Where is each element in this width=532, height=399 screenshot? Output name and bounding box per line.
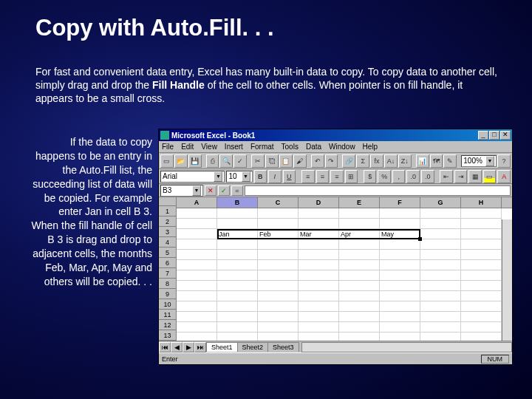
drawing-icon[interactable]: ✎	[443, 154, 457, 168]
align-left-icon[interactable]: ≡	[301, 170, 315, 183]
cell[interactable]	[461, 229, 502, 239]
close-button[interactable]: ✕	[500, 131, 511, 140]
menu-tools[interactable]: Tools	[282, 143, 299, 151]
chevron-down-icon[interactable]: ▼	[192, 185, 201, 196]
comma-icon[interactable]: ,	[392, 170, 406, 183]
bold-button[interactable]: B	[254, 170, 267, 183]
preview-icon[interactable]: 🔍	[219, 154, 233, 168]
zoom-combo[interactable]: 100% ▼	[461, 155, 497, 167]
menu-window[interactable]: Window	[329, 143, 355, 151]
redo-icon[interactable]: ↷	[325, 154, 338, 168]
undo-icon[interactable]: ↶	[311, 154, 324, 168]
row-header[interactable]: 7	[159, 268, 176, 279]
percent-icon[interactable]: %	[378, 170, 391, 183]
help-icon[interactable]: ?	[497, 154, 511, 168]
chevron-down-icon[interactable]: ▼	[242, 171, 250, 182]
function-icon[interactable]: fx	[370, 154, 383, 168]
new-icon[interactable]: ▭	[160, 154, 174, 168]
col-header[interactable]: H	[461, 197, 502, 208]
indent-inc-icon[interactable]: ⇥	[454, 170, 468, 183]
row-header[interactable]: 8	[159, 279, 176, 289]
sheet-tab-2[interactable]: Sheet2	[237, 342, 269, 352]
sort-desc-icon[interactable]: Z↓	[398, 154, 412, 168]
menu-data[interactable]: Data	[306, 143, 321, 151]
sort-asc-icon[interactable]: A↓	[384, 154, 398, 168]
sheet-tab-3[interactable]: Sheet3	[267, 342, 299, 352]
cancel-edit-icon[interactable]: ✕	[205, 185, 216, 196]
copy-icon[interactable]: ⿻	[265, 154, 279, 168]
name-box[interactable]: B3 ▼	[160, 185, 203, 197]
chart-icon[interactable]: 📊	[416, 154, 429, 168]
row-header[interactable]: 3	[159, 227, 176, 237]
tab-nav-prev-icon[interactable]: ◀	[171, 342, 183, 352]
chevron-down-icon[interactable]: ▼	[485, 156, 494, 166]
paste-icon[interactable]: 📋	[279, 154, 293, 168]
align-right-icon[interactable]: ≡	[330, 170, 344, 183]
row-header[interactable]: 4	[159, 237, 176, 248]
cell-c3[interactable]: Feb	[258, 229, 299, 239]
borders-icon[interactable]: ▦	[468, 170, 482, 183]
tab-nav-next-icon[interactable]: ▶	[183, 342, 194, 352]
sheet-tab-1[interactable]: Sheet1	[206, 342, 238, 352]
italic-button[interactable]: I	[268, 170, 282, 183]
col-header[interactable]: C	[258, 197, 299, 208]
col-header[interactable]: E	[339, 197, 380, 208]
align-center-icon[interactable]: ≡	[316, 170, 330, 183]
row-header[interactable]: 13	[159, 330, 176, 341]
cell-b3[interactable]: Jan	[217, 229, 258, 239]
increase-decimal-icon[interactable]: .0	[406, 170, 420, 183]
row-header[interactable]: 6	[159, 258, 176, 268]
vertical-scrollbar[interactable]	[502, 219, 512, 341]
menu-edit[interactable]: Edit	[181, 143, 194, 151]
row-header[interactable]: 1	[159, 206, 176, 216]
font-combo[interactable]: Arial ▼	[160, 171, 225, 183]
row-header[interactable]: 2	[159, 216, 176, 227]
menu-view[interactable]: View	[201, 143, 217, 151]
spellcheck-icon[interactable]: ✓	[233, 154, 247, 168]
open-icon[interactable]: 📂	[174, 154, 188, 168]
indent-dec-icon[interactable]: ⇤	[440, 170, 453, 183]
cell[interactable]	[420, 229, 461, 239]
menu-insert[interactable]: Insert	[225, 143, 243, 151]
merge-icon[interactable]: ⊞	[345, 170, 358, 183]
col-header[interactable]: D	[299, 197, 339, 208]
maximize-button[interactable]: □	[489, 131, 499, 140]
cell-d3[interactable]: Mar	[299, 229, 339, 239]
tab-nav-first-icon[interactable]: ⏮	[159, 342, 171, 352]
currency-icon[interactable]: $	[364, 170, 377, 183]
cells-region[interactable]: Jan Feb Mar Apr May	[177, 208, 512, 341]
row-header[interactable]: 10	[159, 299, 176, 310]
cut-icon[interactable]: ✂	[251, 154, 265, 168]
menu-help[interactable]: Help	[363, 143, 378, 151]
col-header[interactable]: G	[420, 197, 461, 208]
equals-button[interactable]: =	[231, 185, 243, 196]
underline-button[interactable]: U	[283, 170, 296, 183]
col-header[interactable]: A	[177, 197, 217, 208]
row-header[interactable]: 11	[159, 310, 176, 320]
menu-format[interactable]: Format	[250, 143, 274, 151]
cell[interactable]	[177, 229, 217, 239]
horizontal-scrollbar[interactable]	[301, 342, 512, 352]
map-icon[interactable]: 🗺	[430, 154, 443, 168]
fontsize-combo[interactable]: 10 ▼	[226, 171, 252, 183]
col-header[interactable]: F	[380, 197, 420, 208]
select-all-corner[interactable]	[159, 197, 176, 206]
tab-nav-last-icon[interactable]: ⏭	[194, 342, 206, 352]
row-header[interactable]: 9	[159, 289, 176, 299]
hyperlink-icon[interactable]: 🔗	[342, 154, 355, 168]
fill-color-icon[interactable]: ▭	[483, 170, 497, 183]
format-painter-icon[interactable]: 🖌	[293, 154, 307, 168]
cell-e3[interactable]: Apr	[339, 229, 380, 239]
chevron-down-icon[interactable]: ▼	[214, 171, 222, 182]
minimize-button[interactable]: _	[478, 131, 488, 140]
col-header[interactable]: B	[217, 197, 258, 208]
cell-f3[interactable]: May	[380, 229, 420, 239]
row-header[interactable]: 12	[159, 320, 176, 330]
fill-handle[interactable]	[418, 237, 422, 241]
autosum-icon[interactable]: Σ	[356, 154, 369, 168]
menu-file[interactable]: File	[162, 143, 174, 151]
confirm-edit-icon[interactable]: ✓	[218, 185, 230, 196]
row-header[interactable]: 5	[159, 248, 176, 258]
print-icon[interactable]: ⎙	[206, 154, 219, 168]
font-color-icon[interactable]: A	[497, 170, 511, 183]
